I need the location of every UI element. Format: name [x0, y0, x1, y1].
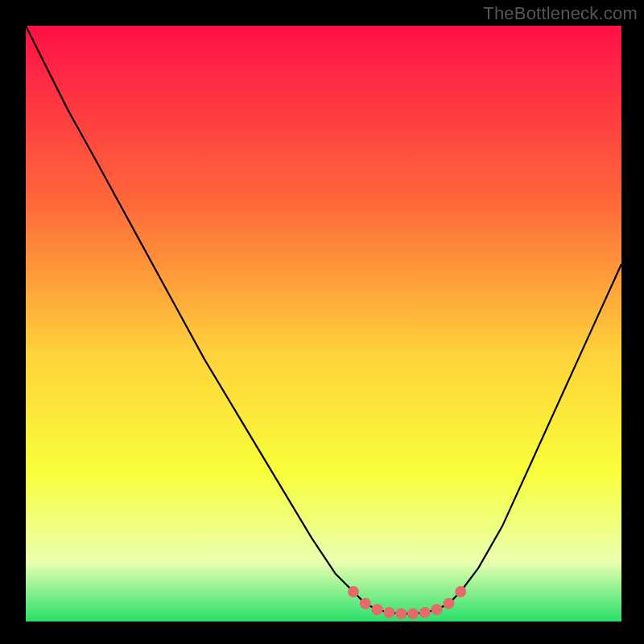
- highlight-dot: [443, 598, 454, 609]
- highlight-dot: [431, 604, 443, 615]
- highlight-dot: [395, 608, 407, 619]
- highlight-dot: [348, 586, 359, 597]
- highlight-dot: [360, 598, 371, 609]
- highlight-dot: [419, 607, 431, 618]
- bottleneck-chart: [26, 26, 621, 621]
- watermark-text: TheBottleneck.com: [483, 3, 638, 24]
- highlight-dot: [407, 608, 419, 619]
- highlight-dot: [383, 607, 394, 618]
- highlight-dot: [372, 604, 383, 615]
- gradient-background: [26, 26, 621, 621]
- highlight-dot: [455, 586, 466, 597]
- chart-container: [26, 26, 621, 621]
